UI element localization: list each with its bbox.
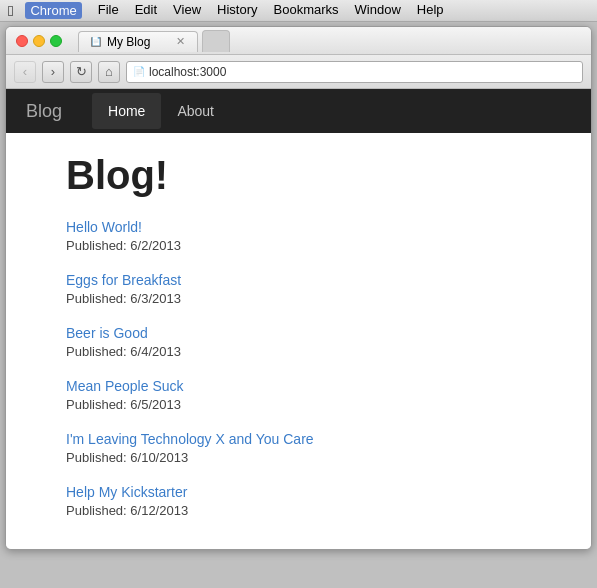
post-date-2: Published: 6/3/2013 (66, 291, 531, 306)
browser-titlebar: 📄 My Blog ✕ (6, 27, 591, 55)
forward-button[interactable]: › (42, 61, 64, 83)
post-title-5[interactable]: I'm Leaving Technology X and You Care (66, 431, 314, 447)
tab-favicon-icon: 📄 (91, 37, 101, 47)
address-bar[interactable]: 📄 localhost:3000 (126, 61, 583, 83)
menu-item-file[interactable]: File (98, 2, 119, 19)
post-date-4: Published: 6/5/2013 (66, 397, 531, 412)
nav-bar: ‹ › ↻ ⌂ 📄 localhost:3000 (6, 55, 591, 89)
address-icon: 📄 (133, 66, 145, 77)
site-nav: Blog Home About (6, 89, 591, 133)
home-button[interactable]: ⌂ (98, 61, 120, 83)
post-date-3: Published: 6/4/2013 (66, 344, 531, 359)
blog-post-3: Beer is Good Published: 6/4/2013 (66, 324, 531, 359)
post-title-3[interactable]: Beer is Good (66, 325, 148, 341)
traffic-lights (16, 35, 62, 47)
nav-link-home[interactable]: Home (92, 93, 161, 129)
post-date-1: Published: 6/2/2013 (66, 238, 531, 253)
post-date-6: Published: 6/12/2013 (66, 503, 531, 518)
back-button[interactable]: ‹ (14, 61, 36, 83)
menu-item-window[interactable]: Window (355, 2, 401, 19)
browser-content: Blog Home About Blog! Hello World! Publi… (6, 89, 591, 549)
menu-item-history[interactable]: History (217, 2, 257, 19)
new-tab-button[interactable] (202, 30, 230, 52)
site-brand[interactable]: Blog (26, 101, 62, 122)
blog-title: Blog! (66, 153, 531, 198)
os-menubar:  Chrome File Edit View History Bookmark… (0, 0, 597, 22)
apple-logo-icon:  (8, 2, 13, 19)
blog-post-5: I'm Leaving Technology X and You Care Pu… (66, 430, 531, 465)
site-nav-links: Home About (92, 93, 230, 129)
menu-item-edit[interactable]: Edit (135, 2, 157, 19)
blog-post-1: Hello World! Published: 6/2/2013 (66, 218, 531, 253)
menu-item-chrome[interactable]: Chrome (25, 2, 81, 19)
blog-content: Blog! Hello World! Published: 6/2/2013 E… (6, 133, 591, 549)
menu-item-bookmarks[interactable]: Bookmarks (274, 2, 339, 19)
minimize-button[interactable] (33, 35, 45, 47)
refresh-button[interactable]: ↻ (70, 61, 92, 83)
blog-post-4: Mean People Suck Published: 6/5/2013 (66, 377, 531, 412)
menu-item-help[interactable]: Help (417, 2, 444, 19)
maximize-button[interactable] (50, 35, 62, 47)
tab-bar: 📄 My Blog ✕ (78, 30, 230, 52)
post-title-4[interactable]: Mean People Suck (66, 378, 184, 394)
tab-close-icon[interactable]: ✕ (176, 35, 185, 48)
post-date-5: Published: 6/10/2013 (66, 450, 531, 465)
menu-item-view[interactable]: View (173, 2, 201, 19)
post-title-2[interactable]: Eggs for Breakfast (66, 272, 181, 288)
post-title-6[interactable]: Help My Kickstarter (66, 484, 187, 500)
browser-tab[interactable]: 📄 My Blog ✕ (78, 31, 198, 52)
close-button[interactable] (16, 35, 28, 47)
address-text: localhost:3000 (149, 65, 226, 79)
os-menu-items: Chrome File Edit View History Bookmarks … (25, 2, 443, 19)
browser-window: 📄 My Blog ✕ ‹ › ↻ ⌂ 📄 localhost:3000 Blo… (5, 26, 592, 550)
tab-title: My Blog (107, 35, 150, 49)
nav-link-about[interactable]: About (161, 93, 230, 129)
blog-post-2: Eggs for Breakfast Published: 6/3/2013 (66, 271, 531, 306)
blog-post-6: Help My Kickstarter Published: 6/12/2013 (66, 483, 531, 518)
post-title-1[interactable]: Hello World! (66, 219, 142, 235)
